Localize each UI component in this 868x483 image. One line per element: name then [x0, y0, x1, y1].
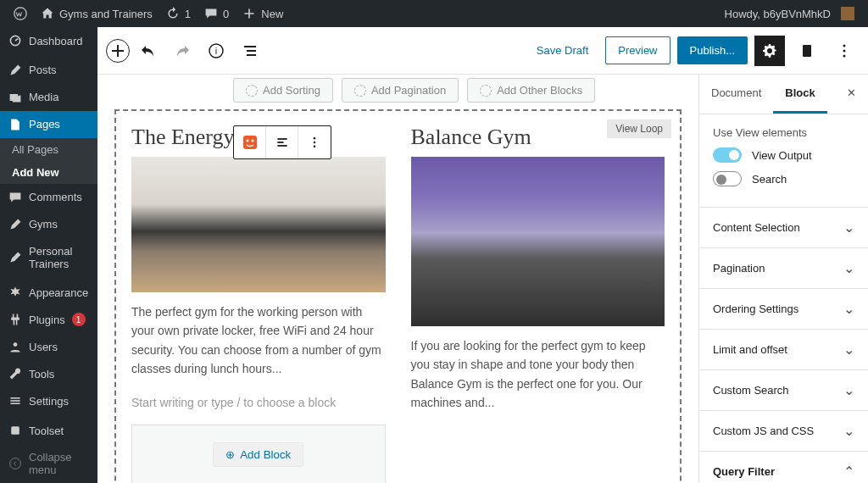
- section-custom-js-css[interactable]: Custom JS and CSS: [699, 411, 868, 452]
- section-custom-search[interactable]: Custom Search: [699, 370, 868, 411]
- menu-media[interactable]: Media: [0, 84, 97, 111]
- svg-rect-13: [803, 45, 811, 57]
- svg-point-19: [251, 140, 253, 142]
- section-pagination[interactable]: Pagination: [699, 248, 868, 289]
- editor-toolbar: i Save Draft Preview Publish...: [97, 27, 868, 75]
- block-toolbar: [233, 125, 331, 159]
- admin-bar: Gyms and Trainers 1 0 New Howdy, b6yBVnM…: [0, 0, 868, 27]
- pill-add-sorting[interactable]: Add Sorting: [233, 78, 333, 103]
- block-prompt[interactable]: Start writing or type / to choose a bloc…: [131, 396, 386, 409]
- svg-point-18: [246, 140, 248, 142]
- svg-point-2: [14, 343, 18, 347]
- more-menu-button[interactable]: [829, 36, 860, 66]
- outline-button[interactable]: [235, 36, 265, 66]
- block-type-icon[interactable]: [234, 126, 266, 158]
- menu-comments[interactable]: Comments: [0, 184, 97, 211]
- menu-appearance[interactable]: Appearance: [0, 279, 97, 306]
- submenu-all-pages[interactable]: All Pages: [0, 138, 97, 161]
- tab-block[interactable]: Block: [773, 75, 826, 114]
- chevron-down-icon: [843, 423, 854, 439]
- close-inspector-button[interactable]: ✕: [835, 75, 868, 114]
- menu-toolset[interactable]: Toolset: [0, 417, 97, 444]
- svg-point-25: [314, 146, 315, 147]
- menu-plugins[interactable]: Plugins1: [0, 306, 97, 333]
- chevron-down-icon: [843, 382, 854, 398]
- menu-gyms[interactable]: Gyms: [0, 211, 97, 238]
- menu-settings[interactable]: Settings: [0, 387, 97, 414]
- tab-document[interactable]: Document: [699, 75, 773, 114]
- loop-item-image: [131, 157, 386, 292]
- pill-add-other[interactable]: Add Other Blocks: [467, 78, 595, 103]
- loop-item-image: [411, 157, 665, 326]
- svg-rect-12: [247, 54, 256, 56]
- view-output-label: View Output: [752, 149, 812, 162]
- svg-rect-22: [277, 145, 287, 147]
- section-content-selection[interactable]: Content Selection: [699, 208, 868, 248]
- menu-posts[interactable]: Posts: [0, 57, 97, 84]
- view-loop-block[interactable]: View Loop The Energy Club The perfect gy…: [114, 109, 682, 483]
- menu-pages[interactable]: Pages: [0, 111, 97, 138]
- menu-tools[interactable]: Tools: [0, 360, 97, 387]
- wp-logo[interactable]: [7, 7, 34, 20]
- svg-point-16: [843, 54, 846, 57]
- plus-circle-icon: [246, 85, 258, 97]
- svg-point-7: [10, 458, 21, 469]
- menu-collapse[interactable]: Collapse menu: [0, 444, 97, 483]
- admin-sidebar: Dashboard Posts Media Pages All Pages Ad…: [0, 27, 97, 483]
- menu-users[interactable]: Users: [0, 333, 97, 360]
- plus-circle-icon: [480, 85, 492, 97]
- toggle-view-output[interactable]: [713, 147, 742, 163]
- undo-button[interactable]: [133, 36, 164, 66]
- avatar: [841, 7, 854, 20]
- section-limit-offset[interactable]: Limit and offset: [699, 330, 868, 370]
- loop-item-desc: If you are looking for the perfect gym t…: [411, 336, 665, 413]
- plugins-badge: 1: [72, 313, 86, 326]
- section-view-elements: Use View elements View Output Search: [699, 114, 868, 208]
- svg-text:i: i: [215, 46, 217, 56]
- align-button[interactable]: [266, 126, 298, 158]
- menu-dashboard[interactable]: Dashboard: [0, 27, 97, 54]
- add-block-box: ⊕Add Block: [131, 425, 386, 483]
- menu-trainers[interactable]: Personal Trainers: [0, 238, 97, 277]
- editor-canvas[interactable]: Add Sorting Add Pagination Add Other Blo…: [97, 75, 698, 483]
- svg-point-0: [14, 8, 26, 19]
- svg-point-14: [843, 44, 846, 47]
- section-ordering[interactable]: Ordering Settings: [699, 289, 868, 330]
- updates-count: 1: [185, 8, 191, 20]
- new-label: New: [261, 8, 283, 20]
- loop-item: The Energy Club The perfect gym for the …: [131, 125, 386, 483]
- section-query-filter[interactable]: Query Filter: [699, 452, 868, 483]
- site-name: Gyms and Trainers: [59, 8, 153, 20]
- add-block-button[interactable]: [106, 39, 130, 63]
- settings-gear-button[interactable]: [754, 36, 785, 66]
- pill-add-pagination[interactable]: Add Pagination: [342, 78, 459, 103]
- updates-link[interactable]: 1: [159, 7, 198, 20]
- howdy-link[interactable]: Howdy, b6yBVnMhkD: [718, 7, 861, 20]
- toolset-panel-button[interactable]: [792, 36, 822, 66]
- plus-circle-icon: ⊕: [225, 448, 235, 461]
- submenu-add-new[interactable]: Add New: [0, 161, 97, 184]
- add-block-inner-button[interactable]: ⊕Add Block: [213, 442, 303, 467]
- publish-button[interactable]: Publish...: [677, 36, 748, 64]
- search-label: Search: [752, 173, 787, 186]
- block-more-button[interactable]: [298, 126, 331, 158]
- chevron-down-icon: [843, 260, 854, 276]
- howdy-text: Howdy, b6yBVnMhkD: [725, 8, 831, 20]
- site-name-link[interactable]: Gyms and Trainers: [34, 7, 159, 20]
- inspector-panel: Document Block ✕ Use View elements View …: [698, 75, 868, 483]
- info-button[interactable]: i: [201, 36, 231, 66]
- svg-rect-17: [243, 136, 257, 149]
- svg-rect-11: [247, 50, 256, 52]
- preview-button[interactable]: Preview: [605, 36, 670, 64]
- svg-point-23: [314, 137, 315, 139]
- toggle-search[interactable]: [713, 171, 742, 186]
- new-content-link[interactable]: New: [236, 7, 290, 20]
- save-draft-button[interactable]: Save Draft: [526, 37, 598, 64]
- svg-rect-10: [244, 46, 256, 47]
- svg-rect-6: [11, 426, 19, 435]
- use-view-elements-label: Use View elements: [713, 126, 854, 139]
- loop-item: Balance Gym If you are looking for the p…: [411, 125, 665, 483]
- svg-rect-5: [10, 403, 19, 405]
- redo-button[interactable]: [167, 36, 198, 66]
- comments-link[interactable]: 0: [198, 7, 236, 20]
